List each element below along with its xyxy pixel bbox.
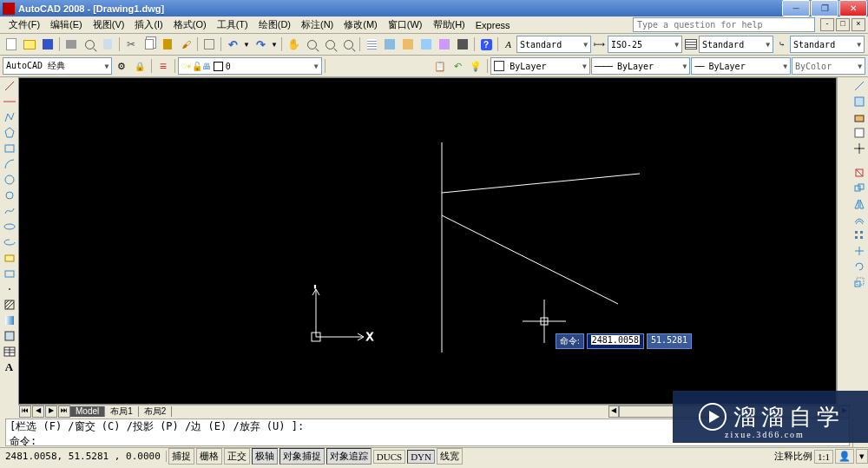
dim-style-icon[interactable]: ⟼ bbox=[592, 36, 607, 53]
ducs-toggle[interactable]: DUCS bbox=[373, 450, 405, 464]
lineweight-dropdown[interactable]: ── ByLayer▼ bbox=[691, 57, 791, 75]
list-button[interactable] bbox=[852, 126, 866, 140]
copy-button-modify[interactable] bbox=[852, 181, 866, 195]
copy-button[interactable] bbox=[141, 36, 158, 53]
tab-last-button[interactable]: ⏭ bbox=[58, 405, 70, 418]
design-center-button[interactable] bbox=[381, 36, 398, 53]
hscroll-left-button[interactable]: ◀ bbox=[608, 405, 619, 418]
sheetset-button[interactable] bbox=[418, 36, 435, 53]
dim-style-dropdown[interactable]: ISO-25▼ bbox=[608, 36, 682, 53]
mirror-button[interactable] bbox=[852, 197, 866, 211]
cut-button[interactable]: ✂ bbox=[122, 36, 140, 53]
point-button[interactable] bbox=[3, 282, 16, 296]
region-button[interactable] bbox=[3, 329, 16, 343]
layer-states-button[interactable]: 📋 bbox=[431, 57, 449, 75]
redo-button[interactable]: ↷ bbox=[252, 36, 269, 53]
circle-button[interactable] bbox=[3, 173, 16, 187]
polyline-button[interactable] bbox=[3, 110, 16, 124]
construction-line-button[interactable] bbox=[3, 95, 16, 109]
distance-button[interactable] bbox=[852, 79, 866, 93]
lineweight-toggle[interactable]: 线宽 bbox=[437, 448, 463, 465]
move-button[interactable] bbox=[852, 244, 866, 258]
new-button[interactable] bbox=[3, 36, 20, 53]
area-button[interactable] bbox=[852, 95, 866, 109]
undo-dropdown[interactable]: ▼ bbox=[242, 36, 251, 53]
markup-button[interactable] bbox=[436, 36, 453, 53]
drawing-canvas[interactable]: Y X 命令: 2481.0058 51.5281 bbox=[18, 77, 837, 405]
layer-properties-button[interactable]: ≡ bbox=[155, 57, 172, 75]
ortho-toggle[interactable]: 正交 bbox=[224, 448, 250, 465]
help-button[interactable]: ? bbox=[477, 36, 495, 53]
array-button[interactable] bbox=[852, 228, 866, 242]
zoom-realtime-button[interactable] bbox=[303, 36, 320, 53]
tool-palettes-button[interactable] bbox=[399, 36, 417, 53]
minimize-button[interactable]: ─ bbox=[782, 0, 810, 16]
gradient-button[interactable] bbox=[3, 313, 16, 327]
save-button[interactable] bbox=[39, 36, 56, 53]
ellipse-arc-button[interactable] bbox=[3, 235, 16, 249]
layer-previous-button[interactable]: ↶ bbox=[450, 57, 467, 75]
hatch-button[interactable] bbox=[3, 298, 16, 312]
linetype-dropdown[interactable]: ──── ByLayer▼ bbox=[591, 57, 691, 75]
multileader-style-dropdown[interactable]: Standard▼ bbox=[790, 36, 865, 53]
menu-tools[interactable]: 工具(T) bbox=[212, 16, 253, 33]
osnap-toggle[interactable]: 对象捕捉 bbox=[279, 448, 325, 465]
snap-toggle[interactable]: 捕捉 bbox=[168, 448, 194, 465]
dynamic-input-y[interactable]: 51.5281 bbox=[647, 333, 692, 349]
tab-first-button[interactable]: ⏮ bbox=[19, 405, 31, 418]
doc-restore-button[interactable]: □ bbox=[836, 18, 850, 31]
insert-block-button[interactable] bbox=[3, 251, 16, 265]
tab-model[interactable]: Model bbox=[70, 406, 105, 417]
publish-button[interactable] bbox=[99, 36, 116, 53]
close-button[interactable]: ✕ bbox=[839, 0, 867, 16]
dynamic-input-x[interactable]: 2481.0058 bbox=[587, 333, 644, 349]
menu-insert[interactable]: 插入(I) bbox=[129, 16, 168, 33]
redo-dropdown[interactable]: ▼ bbox=[270, 36, 279, 53]
color-dropdown[interactable]: ByLayer▼ bbox=[490, 57, 590, 75]
menu-help[interactable]: 帮助(H) bbox=[428, 16, 470, 33]
layer-dropdown[interactable]: ♡ ☀ 🔓 🖶 0▼ bbox=[178, 57, 322, 75]
plotstyle-dropdown[interactable]: ByColor▼ bbox=[792, 57, 865, 75]
zoom-window-button[interactable] bbox=[339, 36, 357, 53]
block-editor-button[interactable] bbox=[201, 36, 218, 53]
offset-button[interactable] bbox=[852, 213, 866, 227]
dyn-toggle[interactable]: DYN bbox=[407, 450, 435, 464]
coordinates-display[interactable]: 2481.0058, 51.5281 , 0.0000 bbox=[0, 451, 167, 462]
make-block-button[interactable] bbox=[3, 267, 16, 280]
menu-modify[interactable]: 修改(M) bbox=[339, 16, 383, 33]
spline-button[interactable] bbox=[3, 204, 16, 218]
annotation-visibility-button[interactable]: 👤 bbox=[835, 449, 854, 464]
plot-button[interactable] bbox=[62, 36, 80, 53]
match-properties-button[interactable]: 🖌 bbox=[177, 36, 194, 53]
ellipse-button[interactable] bbox=[3, 220, 16, 234]
rectangle-button[interactable] bbox=[3, 142, 16, 155]
vertical-scrollbar[interactable] bbox=[837, 77, 850, 405]
properties-button[interactable] bbox=[363, 36, 380, 53]
grid-toggle[interactable]: 栅格 bbox=[196, 448, 222, 465]
scale-button[interactable] bbox=[852, 275, 866, 289]
menu-express[interactable]: Express bbox=[470, 18, 516, 32]
tab-prev-button[interactable]: ◀ bbox=[32, 405, 44, 418]
menu-view[interactable]: 视图(V) bbox=[88, 16, 130, 33]
tab-layout2[interactable]: 布局2 bbox=[139, 406, 173, 417]
locate-point-button[interactable] bbox=[852, 142, 866, 155]
erase-button[interactable] bbox=[852, 166, 866, 180]
status-tray-button[interactable]: ▾ bbox=[856, 449, 868, 464]
plot-preview-button[interactable] bbox=[81, 36, 98, 53]
workspace-dropdown[interactable]: AutoCAD 经典▼ bbox=[3, 57, 112, 75]
line-button[interactable] bbox=[3, 79, 16, 93]
doc-minimize-button[interactable]: - bbox=[820, 18, 834, 31]
region-mass-button[interactable] bbox=[852, 110, 866, 124]
text-style-icon[interactable]: A bbox=[501, 36, 516, 53]
revision-cloud-button[interactable] bbox=[3, 188, 16, 202]
pan-button[interactable]: ✋ bbox=[285, 36, 302, 53]
workspace-lock-button[interactable]: 🔒 bbox=[131, 57, 148, 75]
arc-button[interactable] bbox=[3, 157, 16, 171]
rotate-button[interactable] bbox=[852, 260, 866, 274]
menu-draw[interactable]: 绘图(D) bbox=[253, 16, 296, 33]
menu-format[interactable]: 格式(O) bbox=[168, 16, 212, 33]
menu-file[interactable]: 文件(F) bbox=[3, 16, 45, 33]
table-button[interactable] bbox=[3, 345, 16, 359]
tab-next-button[interactable]: ▶ bbox=[45, 405, 57, 418]
menu-dimension[interactable]: 标注(N) bbox=[296, 16, 339, 33]
